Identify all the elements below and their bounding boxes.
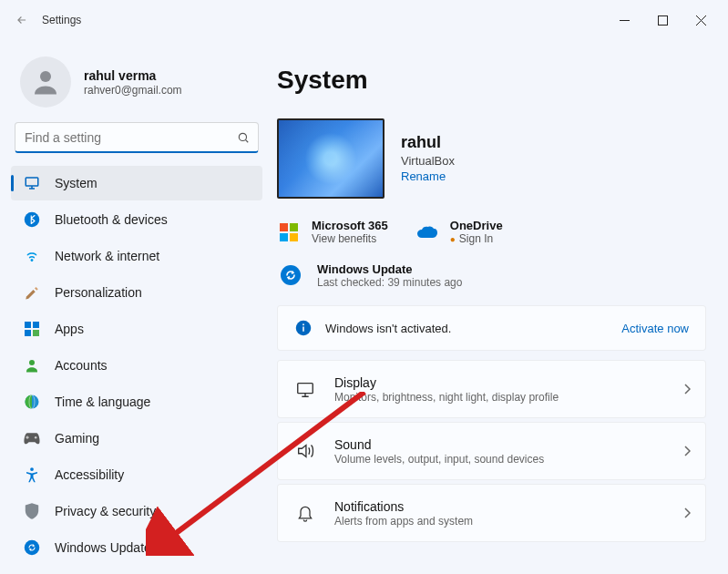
- update-title: Windows Update: [317, 262, 462, 276]
- maximize-button[interactable]: [651, 9, 673, 31]
- microsoft-365-card[interactable]: Microsoft 365 View benefits: [277, 219, 388, 245]
- svg-rect-0: [658, 15, 667, 25]
- onedrive-card[interactable]: OneDrive ●Sign In: [415, 219, 503, 245]
- onedrive-icon: [415, 220, 439, 244]
- svg-rect-5: [25, 322, 31, 328]
- nav-item-network[interactable]: Network & internet: [11, 239, 262, 273]
- device-name: rahul: [401, 133, 455, 152]
- gaming-icon: [22, 428, 42, 448]
- sync-icon: [277, 261, 304, 289]
- sound-icon: [292, 438, 318, 464]
- microsoft-365-icon: [277, 220, 301, 244]
- nav-label: Windows Update: [55, 540, 151, 555]
- update-sub: Last checked: 39 minutes ago: [317, 276, 462, 289]
- setting-title: Notifications: [334, 499, 683, 514]
- svg-point-19: [281, 265, 301, 285]
- svg-rect-8: [33, 330, 39, 336]
- svg-rect-23: [298, 384, 313, 394]
- onedrive-sub: ●Sign In: [450, 232, 503, 245]
- nav-label: Personalization: [55, 285, 142, 300]
- privacy-icon: [22, 501, 42, 521]
- setting-row-sound[interactable]: SoundVolume levels, output, input, sound…: [277, 422, 706, 480]
- nav-item-system[interactable]: System: [11, 166, 262, 200]
- device-row: rahul VirtualBox Rename: [277, 118, 706, 199]
- sidebar: rahul verma rahver0@gmail.com SystemBlue…: [0, 40, 273, 574]
- nav-item-personalization[interactable]: Personalization: [11, 275, 262, 310]
- bluetooth-icon: [22, 210, 42, 230]
- setting-row-notifications[interactable]: NotificationsAlerts from apps and system: [277, 484, 706, 542]
- activate-now-link[interactable]: Activate now: [621, 322, 689, 335]
- personalization-icon: [22, 282, 42, 302]
- network-icon: [22, 246, 42, 266]
- page-heading: System: [277, 66, 706, 95]
- svg-point-4: [25, 212, 40, 228]
- svg-point-14: [25, 540, 40, 556]
- ms365-title: Microsoft 365: [312, 219, 388, 232]
- nav-item-accounts[interactable]: Accounts: [11, 348, 262, 383]
- close-button[interactable]: [690, 9, 712, 31]
- window-controls: [613, 9, 719, 31]
- nav-item-bluetooth[interactable]: Bluetooth & devices: [11, 202, 262, 237]
- nav-label: Apps: [55, 322, 84, 336]
- window-title: Settings: [42, 14, 81, 26]
- nav-item-apps[interactable]: Apps: [11, 312, 262, 346]
- activation-text: Windows isn't activated.: [325, 322, 451, 335]
- minimize-button[interactable]: [613, 9, 635, 31]
- activation-alert: Windows isn't activated. Activate now: [277, 305, 706, 351]
- svg-rect-3: [26, 178, 38, 186]
- setting-sub: Monitors, brightness, night light, displ…: [334, 391, 683, 404]
- nav-label: Accessibility: [55, 467, 124, 482]
- nav-label: Gaming: [55, 431, 99, 446]
- svg-rect-17: [280, 233, 288, 241]
- svg-point-22: [302, 323, 304, 325]
- nav-label: Network & internet: [55, 249, 159, 263]
- svg-rect-21: [302, 327, 304, 332]
- chevron-right-icon: [683, 446, 691, 456]
- search-box: [15, 122, 259, 153]
- svg-point-2: [239, 133, 246, 140]
- accounts-icon: [22, 355, 42, 375]
- rename-link[interactable]: Rename: [401, 169, 446, 183]
- svg-rect-15: [280, 223, 288, 231]
- nav-label: System: [55, 176, 97, 190]
- svg-rect-7: [25, 330, 31, 336]
- system-icon: [22, 173, 42, 193]
- update-icon: [22, 538, 42, 558]
- accessibility-icon: [22, 465, 42, 485]
- nav-item-update[interactable]: Windows Update: [11, 530, 262, 565]
- time-icon: [22, 392, 42, 412]
- windows-update-card[interactable]: Windows Update Last checked: 39 minutes …: [277, 261, 706, 289]
- info-icon: [294, 319, 313, 337]
- svg-point-1: [40, 71, 51, 82]
- setting-sub: Alerts from apps and system: [334, 515, 683, 528]
- user-email: rahver0@gmail.com: [84, 84, 182, 97]
- svg-rect-18: [290, 233, 298, 241]
- nav-item-accessibility[interactable]: Accessibility: [11, 457, 262, 492]
- apps-icon: [22, 319, 42, 339]
- nav-item-time[interactable]: Time & language: [11, 384, 262, 419]
- ms365-sub: View benefits: [312, 232, 388, 245]
- setting-row-display[interactable]: DisplayMonitors, brightness, night light…: [277, 360, 706, 418]
- svg-point-9: [29, 360, 35, 365]
- onedrive-title: OneDrive: [450, 219, 503, 232]
- device-wallpaper-thumb[interactable]: [277, 118, 385, 199]
- search-input[interactable]: [15, 122, 259, 153]
- nav-item-privacy[interactable]: Privacy & security: [11, 494, 262, 528]
- setting-title: Display: [334, 375, 683, 390]
- setting-sub: Volume levels, output, input, sound devi…: [334, 453, 683, 466]
- nav-label: Bluetooth & devices: [55, 212, 168, 227]
- nav-label: Time & language: [55, 395, 150, 409]
- back-button[interactable]: [9, 7, 35, 33]
- nav-label: Privacy & security: [55, 504, 156, 518]
- device-model: VirtualBox: [401, 154, 455, 168]
- main-panel: System rahul VirtualBox Rename Microsoft…: [273, 40, 728, 574]
- search-icon: [237, 131, 250, 144]
- nav-label: Accounts: [55, 358, 108, 373]
- svg-point-13: [30, 467, 34, 471]
- chevron-right-icon: [683, 507, 691, 518]
- nav-item-gaming[interactable]: Gaming: [11, 421, 262, 456]
- user-block[interactable]: rahul verma rahver0@gmail.com: [5, 47, 268, 122]
- display-icon: [292, 376, 318, 402]
- avatar-icon: [20, 56, 71, 108]
- setting-title: Sound: [334, 437, 683, 452]
